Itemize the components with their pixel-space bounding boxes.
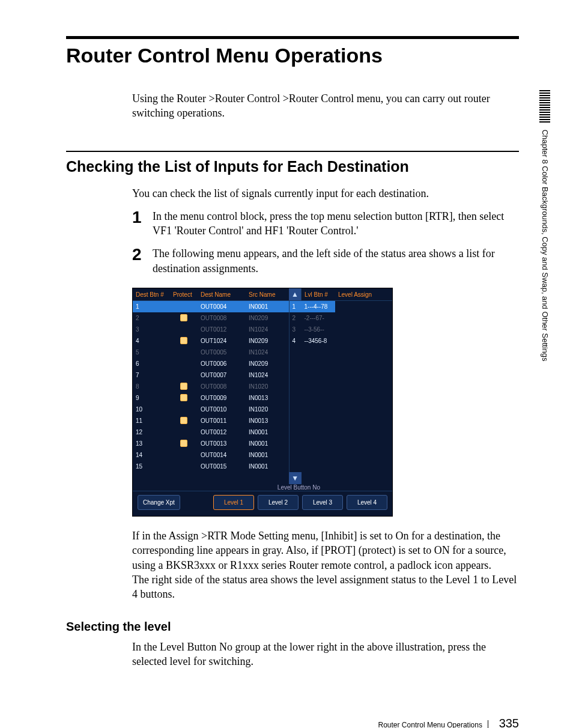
padlock-icon [180, 314, 187, 321]
side-tab: Chapter 8 Color Backgrounds, Copy and Sw… [539, 90, 550, 362]
col-dest-btn: Dest Btn # [133, 288, 170, 301]
level-2-button[interactable]: Level 2 [258, 495, 299, 510]
page-footer: Router Control Menu Operations 335 [66, 717, 519, 728]
step-text: In the menu control block, press the top… [153, 209, 519, 238]
page-title: Router Control Menu Operations [66, 36, 519, 67]
chapter-label: Chapter 8 Color Backgrounds, Copy and Sw… [541, 130, 550, 362]
step-1: 1 In the menu control block, press the t… [132, 209, 519, 238]
col-dest-name: Dest Name [198, 288, 246, 301]
table-row[interactable]: 9OUT0009IN0013 [133, 392, 392, 404]
table-row[interactable]: 13OUT0013IN0001 [133, 438, 392, 449]
change-xpt-button[interactable]: Change Xpt [138, 495, 180, 510]
router-control-screenshot: Dest Btn # Protect Dest Name Src Name ▲ … [132, 288, 393, 517]
selecting-level-text: In the Level Button No group at the lowe… [132, 640, 519, 669]
footer-title: Router Control Menu Operations [378, 721, 482, 728]
section-heading-checking: Checking the List of Inputs for Each Des… [66, 151, 519, 175]
table-row[interactable]: 1OUT0004IN000111---4--78 [133, 301, 392, 313]
step-number: 1 [132, 209, 153, 226]
tab-hatch-icon [539, 90, 550, 123]
step-text: The following menu appears, and the left… [153, 246, 519, 276]
col-lvl-btn: Lvl Btn # [302, 288, 336, 301]
intro-paragraph: Using the Router >Router Control >Router… [132, 91, 519, 121]
section1-intro: You can check the list of signals curren… [132, 186, 519, 201]
step-2: 2 The following menu appears, and the le… [132, 246, 519, 276]
subheading-selecting-level: Selecting the level [66, 620, 519, 634]
padlock-icon [180, 440, 187, 447]
table-row[interactable]: 14OUT0014IN0001 [133, 449, 392, 461]
padlock-icon [180, 417, 187, 424]
table-row[interactable]: 7OUT0007IN1024 [133, 369, 392, 381]
table-row[interactable]: 11OUT0011IN0013 [133, 415, 392, 426]
table-row[interactable]: 8OUT0008IN1020 [133, 381, 392, 392]
table-row[interactable]: 6OUT0006IN0209 [133, 358, 392, 369]
table-row[interactable]: 10OUT0010IN1020 [133, 404, 392, 415]
col-level-assign: Level Assign [335, 288, 392, 301]
padlock-icon [180, 394, 187, 401]
table-row[interactable]: 2OUT0008IN02092-2---67- [133, 312, 392, 324]
table-row[interactable]: 4OUT1024IN02094--3456-8 [133, 335, 392, 347]
table-row[interactable]: 5OUT0005IN1024 [133, 347, 392, 358]
padlock-icon [180, 337, 187, 344]
scroll-up-button[interactable]: ▲ [289, 288, 301, 300]
scroll-down-button[interactable]: ▼ [289, 472, 302, 484]
paragraph-after-screenshot-1: If in the Assign >RTR Mode Setting menu,… [132, 529, 519, 572]
level-4-button[interactable]: Level 4 [347, 495, 387, 510]
level-1-button[interactable]: Level 1 [213, 495, 254, 510]
col-protect: Protect [170, 288, 198, 301]
level-button-group-label: Level Button No [277, 484, 320, 491]
paragraph-after-screenshot-2: The right side of the status area shows … [132, 572, 519, 602]
step-number: 2 [132, 246, 153, 263]
table-row[interactable]: 12OUT0012IN0001 [133, 426, 392, 438]
table-row[interactable]: 15OUT0015IN0001 [133, 461, 392, 472]
level-3-button[interactable]: Level 3 [302, 495, 343, 510]
table-row[interactable]: 3OUT0012IN10243--3-56-- [133, 324, 392, 335]
col-src-name: Src Name [246, 288, 289, 301]
padlock-icon [180, 383, 187, 390]
page-number: 335 [499, 717, 519, 728]
